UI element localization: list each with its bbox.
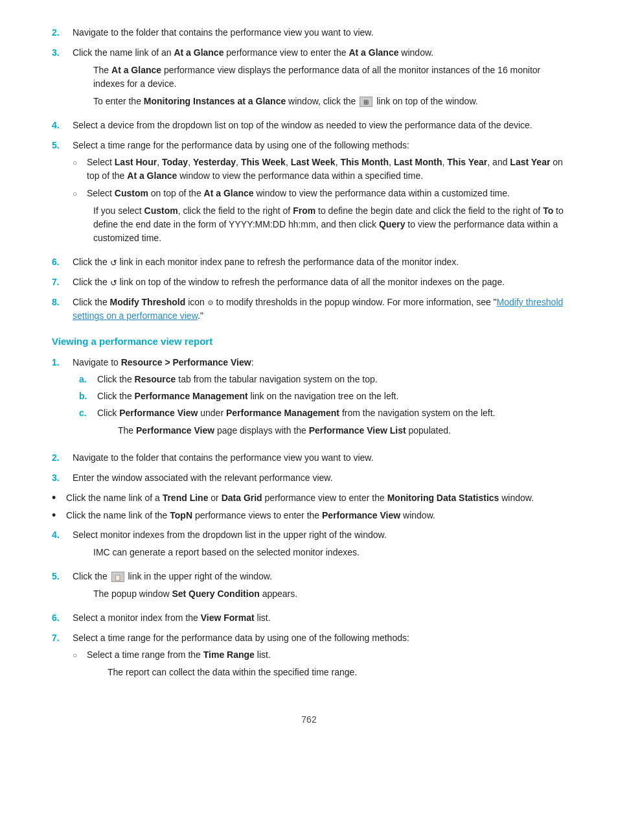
item-text: Select a time range for the performance … [73, 633, 409, 643]
sub-item-content: Select Last Hour, Today, Yesterday, This… [87, 156, 566, 183]
circle-sub-para: The report can collect the data within t… [108, 666, 566, 679]
alpha-content: Click Performance View under Performance… [97, 406, 566, 441]
item-text: Navigate to the folder that contains the… [73, 452, 374, 463]
list-item-6: 6. Click the ↺ link in each monitor inde… [52, 255, 566, 269]
alpha-letter: b. [79, 390, 97, 403]
item-number: 6. [52, 255, 73, 269]
item-text: Click the ↺ link in each monitor index p… [73, 257, 459, 267]
item-text: Click the 📋 link in the upper right of t… [73, 571, 272, 581]
item-content: Select monitor indexes from the dropdown… [73, 528, 566, 563]
monitoring-icon: ⊞ [360, 97, 372, 107]
modify-threshold-icon: ⚙ [207, 298, 214, 309]
item-content: Select a time range for the performance … [73, 139, 566, 249]
circle-bullet: ○ [73, 648, 87, 661]
sub-circle-item-timerange: ○ Select a time range from the Time Rang… [73, 648, 566, 683]
item-content: Select a device from the dropdown list o… [73, 119, 566, 132]
circle-bullet: ○ [73, 187, 87, 200]
refresh-icon-2: ↺ [110, 277, 117, 290]
sub-para: IMC can generate a report based on the s… [93, 546, 566, 559]
bullet-item-topn: • Click the name link of the TopN perfor… [52, 509, 566, 523]
bullet-list: • Click the name link of a Trend Line or… [52, 491, 566, 523]
alpha-item-b: b. Click the Performance Management link… [79, 390, 566, 403]
sub-circle-item-2: ○ Select Custom on top of the At a Glanc… [73, 187, 566, 200]
alpha-letter: c. [79, 406, 97, 420]
lower-list-item-4: 4. Select monitor indexes from the dropd… [52, 528, 566, 563]
lower-list-item-1: 1. Navigate to Resource > Performance Vi… [52, 356, 566, 445]
alpha-item-c: c. Click Performance View under Performa… [79, 406, 566, 441]
sub-item-content: Select Custom on top of the At a Glance … [87, 187, 566, 200]
item-number: 5. [52, 139, 73, 152]
item-number: 5. [52, 570, 73, 583]
lower-list-item-7: 7. Select a time range for the performan… [52, 631, 566, 687]
sub-item-content: Select a time range from the Time Range … [87, 648, 566, 683]
item-number: 2. [52, 26, 73, 40]
lower-list-item-6: 6. Select a monitor index from the View … [52, 611, 566, 625]
item-content: Navigate to the folder that contains the… [73, 26, 566, 40]
list-item-5: 5. Select a time range for the performan… [52, 139, 566, 249]
item-text: Navigate to the folder that contains the… [73, 27, 374, 38]
alpha-content: Click the Performance Management link on… [97, 390, 566, 403]
lower-list: 1. Navigate to Resource > Performance Vi… [52, 356, 566, 485]
alpha-letter: a. [79, 373, 97, 386]
page-number: 762 [52, 713, 566, 727]
upper-list: 2. Navigate to the folder that contains … [52, 26, 566, 323]
report-icon: 📋 [111, 572, 124, 582]
item-content: Click the ↺ link on top of the window to… [73, 275, 566, 289]
item-text: Click the ↺ link on top of the window to… [73, 277, 505, 287]
extra-para: If you select Custom, click the field to… [93, 204, 566, 245]
list-item-2: 2. Navigate to the folder that contains … [52, 26, 566, 40]
list-item-8: 8. Click the Modify Threshold icon ⚙ to … [52, 296, 566, 323]
item-content: Click the Modify Threshold icon ⚙ to mod… [73, 296, 566, 323]
item-text: Click the Modify Threshold icon ⚙ to mod… [73, 297, 563, 321]
lower-list-item-3: 3. Enter the window associated with the … [52, 471, 566, 485]
item-text: Select a monitor index from the View For… [73, 612, 271, 623]
sub-circle-item: ○ Select Last Hour, Today, Yesterday, Th… [73, 156, 566, 183]
lower-list-item-5: 5. Click the 📋 link in the upper right o… [52, 570, 566, 605]
sub-circle-list-2: ○ Select a time range from the Time Rang… [73, 648, 566, 683]
bullet-content: Click the name link of a Trend Line or D… [66, 491, 566, 505]
sub-para: The popup window Set Query Condition app… [93, 587, 566, 601]
lower-list-continued: 4. Select monitor indexes from the dropd… [52, 528, 566, 687]
item-content: Click the name link of an At a Glance pe… [73, 46, 566, 112]
bullet-dot: • [52, 491, 66, 506]
bullet-content: Click the name link of the TopN performa… [66, 509, 566, 522]
item-content: Navigate to Resource > Performance View:… [73, 356, 566, 445]
list-item-3: 3. Click the name link of an At a Glance… [52, 46, 566, 112]
item-text: Enter the window associated with the rel… [73, 472, 333, 483]
item-content: Click the ↺ link in each monitor index p… [73, 255, 566, 269]
list-item-4: 4. Select a device from the dropdown lis… [52, 119, 566, 132]
item-number: 3. [52, 46, 73, 60]
refresh-icon: ↺ [110, 257, 117, 270]
item-text: Select a device from the dropdown list o… [73, 120, 532, 130]
item-number: 4. [52, 119, 73, 132]
item-content: Enter the window associated with the rel… [73, 471, 566, 485]
item-text: Select a time range for the performance … [73, 140, 409, 150]
bullet-dot: • [52, 509, 66, 523]
item-number: 7. [52, 631, 73, 645]
item-text: Select monitor indexes from the dropdown… [73, 530, 387, 540]
section-heading: Viewing a performance view report [52, 334, 566, 349]
item-text: Navigate to Resource > Performance View: [73, 357, 254, 368]
item-number: 1. [52, 356, 73, 369]
item-number: 3. [52, 471, 73, 485]
item-number: 6. [52, 611, 73, 625]
alpha-sub-para: The Performance View page displays with … [118, 424, 566, 438]
item-text: Click the name link of an At a Glance pe… [73, 47, 433, 58]
item-number: 7. [52, 275, 73, 289]
item-content: Navigate to the folder that contains the… [73, 451, 566, 465]
item-number: 8. [52, 296, 73, 309]
alpha-item-a: a. Click the Resource tab from the tabul… [79, 373, 566, 386]
circle-bullet: ○ [73, 156, 87, 169]
item-number: 2. [52, 451, 73, 465]
list-item-7: 7. Click the ↺ link on top of the window… [52, 275, 566, 289]
sub-para-2: To enter the Monitoring Instances at a G… [93, 95, 566, 108]
sub-para: The At a Glance performance view display… [93, 64, 566, 91]
item-content: Click the 📋 link in the upper right of t… [73, 570, 566, 605]
sub-circle-list: ○ Select Last Hour, Today, Yesterday, Th… [73, 156, 566, 200]
alpha-list: a. Click the Resource tab from the tabul… [73, 373, 566, 441]
item-number: 4. [52, 528, 73, 542]
item-content: Select a time range for the performance … [73, 631, 566, 687]
alpha-content: Click the Resource tab from the tabular … [97, 373, 566, 386]
lower-list-item-2: 2. Navigate to the folder that contains … [52, 451, 566, 465]
bullet-item-trendline: • Click the name link of a Trend Line or… [52, 491, 566, 506]
